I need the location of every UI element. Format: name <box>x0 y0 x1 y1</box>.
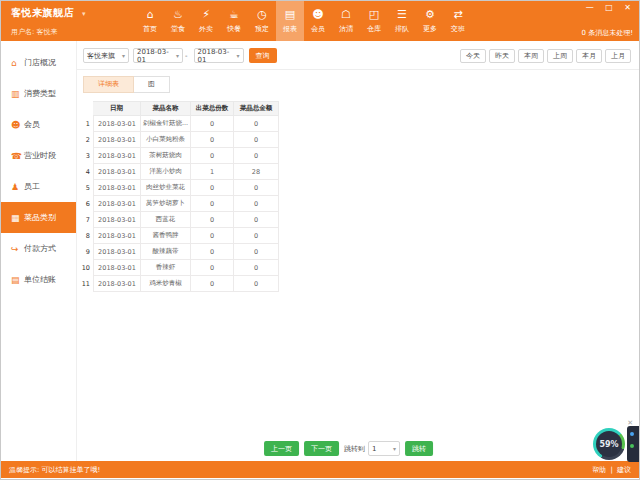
next-page-button[interactable]: 下一页 <box>304 441 339 456</box>
filter-bar: 客悦来旗 ▾ 2018-03-01 ▾ - 2018-03-01 ▾ 查询 今天… <box>77 41 639 70</box>
unit-settlement-icon: ▤ <box>11 275 24 285</box>
jump-to-label: 跳转到 <box>344 444 365 454</box>
top-nav: ⌂ 首页 ♨ 堂食 ⚡ 外卖 ☕ 快餐 ◷ 预定 ▤ 报表 <box>136 1 472 41</box>
date-from-picker[interactable]: 2018-03-01 ▾ <box>133 48 183 63</box>
app-window: 客悦来旗舰店 ▾ 用户名: 客悦来 ⌂ 首页 ♨ 堂食 ⚡ 外卖 ☕ <box>0 0 640 480</box>
cell-count: 0 <box>191 116 234 132</box>
cell-date: 2018-03-01 <box>93 116 141 132</box>
quick-range-today[interactable]: 今天 <box>460 49 486 63</box>
cell-dish: 洋葱小炒肉 <box>141 164 191 180</box>
nav-item-soldout[interactable]: ☖ 沽清 <box>332 1 360 41</box>
home-icon: ⌂ <box>147 9 154 22</box>
pagination: 上一页 下一页 跳转到 1 ▾ 跳转 <box>264 441 438 456</box>
overlay-metric-dot-blue <box>630 432 634 436</box>
row-index: 3 <box>79 148 93 164</box>
minimize-button[interactable]: — <box>586 3 596 12</box>
maximize-button[interactable]: □ <box>605 3 615 12</box>
sidebar-item-staff[interactable]: ♟ 员工 <box>1 171 76 202</box>
member-icon: ☻ <box>11 120 24 130</box>
cell-dish: 西蓝花 <box>141 212 191 228</box>
store-select[interactable]: 客悦来旗 ▾ <box>83 48 129 63</box>
row-index: 8 <box>79 228 93 244</box>
tab-detail-table[interactable]: 详细表 <box>83 76 134 93</box>
nav-item-more[interactable]: ⚙ 更多 <box>416 1 444 41</box>
quick-range-yesterday[interactable]: 昨天 <box>489 49 515 63</box>
cell-dish: 剁椒金针菇烧... <box>141 116 191 132</box>
col-header-amount: 菜品总金额 <box>234 101 279 116</box>
nav-item-warehouse[interactable]: ◰ 仓库 <box>360 1 388 41</box>
cell-amount: 28 <box>234 164 279 180</box>
chevron-down-icon: ▾ <box>176 52 179 59</box>
cell-date: 2018-03-01 <box>93 260 141 276</box>
date-range-separator: - <box>185 52 188 60</box>
nav-item-dine-in[interactable]: ♨ 堂食 <box>164 1 192 41</box>
cell-amount: 0 <box>234 116 279 132</box>
cell-dish: 小白菜炖粉条 <box>141 132 191 148</box>
titlebar: 客悦来旗舰店 ▾ 用户名: 客悦来 ⌂ 首页 ♨ 堂食 ⚡ 外卖 ☕ <box>1 1 639 41</box>
members-icon: ☻ <box>312 9 323 22</box>
soldout-cart-icon: ☖ <box>341 9 351 22</box>
gauge-percent: 59% <box>599 440 618 449</box>
sidebar-item-payment-method[interactable]: ↪ 付款方式 <box>1 233 76 264</box>
speed-gauge[interactable]: 59% <box>593 428 625 460</box>
jump-button[interactable]: 跳转 <box>405 441 433 456</box>
cell-amount: 0 <box>234 132 279 148</box>
dish-category-table: 日期 菜品名称 出菜总份数 菜品总金额 1 2018-03-01 剁椒金针菇烧.… <box>79 101 639 292</box>
cell-dish: 莴笋炒胡萝卜 <box>141 196 191 212</box>
col-header-date: 日期 <box>93 101 141 116</box>
main-content: 客悦来旗 ▾ 2018-03-01 ▾ - 2018-03-01 ▾ 查询 今天… <box>77 41 639 461</box>
cell-count: 0 <box>191 196 234 212</box>
row-index: 10 <box>79 260 93 276</box>
store-dropdown-caret-icon[interactable]: ▾ <box>82 10 86 18</box>
help-link[interactable]: 帮助 <box>592 466 606 474</box>
status-tip: 温馨提示: 可以结算挂单了哦! <box>9 465 100 475</box>
sidebar-item-business-hours[interactable]: ☎ 营业时段 <box>1 140 76 171</box>
user-info: 用户名: 客悦来 <box>11 27 86 37</box>
quick-range-this-month[interactable]: 本月 <box>576 49 602 63</box>
dish-category-grid-icon: ▦ <box>11 213 24 223</box>
queue-icon: ☰ <box>397 9 407 22</box>
more-gear-icon: ⚙ <box>425 9 435 22</box>
reports-icon: ▤ <box>285 9 295 22</box>
sidebar-item-store-overview[interactable]: ⌂ 门店概况 <box>1 47 76 78</box>
close-button[interactable]: ✕ <box>624 3 633 12</box>
tab-chart[interactable]: 图 <box>134 76 170 93</box>
sidebar-item-consumption-type[interactable]: ▥ 消费类型 <box>1 78 76 109</box>
nav-item-takeout[interactable]: ⚡ 外卖 <box>192 1 220 41</box>
sidebar-item-dish-category[interactable]: ▦ 菜品类别 <box>1 202 76 233</box>
row-index: 1 <box>79 116 93 132</box>
col-header-count: 出菜总份数 <box>191 101 234 116</box>
cell-amount: 0 <box>234 244 279 260</box>
cell-amount: 0 <box>234 212 279 228</box>
date-to-picker[interactable]: 2018-03-01 ▾ <box>194 48 244 63</box>
cell-dish: 茶树菇烧肉 <box>141 148 191 164</box>
page-select[interactable]: 1 ▾ <box>368 441 400 456</box>
report-tabs: 详细表 图 <box>83 76 639 93</box>
quick-range-last-week[interactable]: 上周 <box>547 49 573 63</box>
messages-notice[interactable]: 0 条消息未处理! <box>581 28 633 38</box>
nav-item-reports[interactable]: ▤ 报表 <box>276 1 304 41</box>
nav-item-home[interactable]: ⌂ 首页 <box>136 1 164 41</box>
cell-amount: 0 <box>234 180 279 196</box>
sidebar-item-unit-settlement[interactable]: ▤ 单位结账 <box>1 264 76 295</box>
query-button[interactable]: 查询 <box>249 48 277 63</box>
cell-amount: 0 <box>234 228 279 244</box>
quick-range-this-week[interactable]: 本周 <box>518 49 544 63</box>
prev-page-button[interactable]: 上一页 <box>264 441 299 456</box>
reservation-icon: ◷ <box>257 9 267 22</box>
quick-range-last-month[interactable]: 上月 <box>605 49 631 63</box>
nav-item-fastfood[interactable]: ☕ 快餐 <box>220 1 248 41</box>
cell-dish: 香辣虾 <box>141 260 191 276</box>
payment-method-icon: ↪ <box>11 244 24 254</box>
suggestion-link[interactable]: 建议 <box>617 466 631 474</box>
nav-item-reservation[interactable]: ◷ 预定 <box>248 1 276 41</box>
chevron-down-icon: ▾ <box>393 445 396 452</box>
consumption-type-icon: ▥ <box>11 89 24 99</box>
shift-change-icon: ⇄ <box>453 9 462 22</box>
nav-item-members[interactable]: ☻ 会员 <box>304 1 332 41</box>
nav-item-queue[interactable]: ☰ 排队 <box>388 1 416 41</box>
row-index: 5 <box>79 180 93 196</box>
cell-count: 1 <box>191 164 234 180</box>
sidebar-item-members[interactable]: ☻ 会员 <box>1 109 76 140</box>
nav-item-shift[interactable]: ⇄ 交班 <box>444 1 472 41</box>
